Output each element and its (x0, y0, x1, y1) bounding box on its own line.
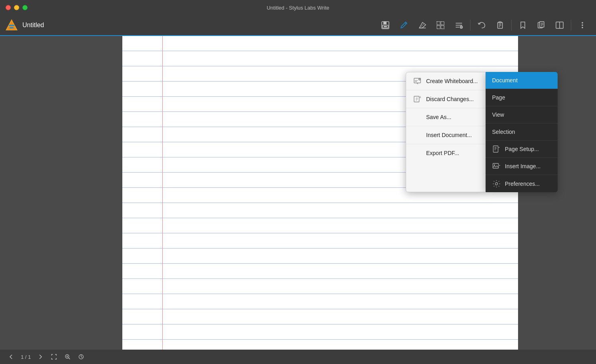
dropdown-right-panel: Document Page View Selection (486, 72, 558, 192)
discard-changes-item[interactable]: Discard Changes... (406, 90, 485, 108)
svg-point-56 (495, 183, 498, 185)
next-page-button[interactable] (35, 351, 46, 362)
svg-rect-52 (493, 163, 498, 168)
split-button[interactable] (551, 16, 568, 34)
statusbar: 1 / 1 (0, 350, 596, 364)
titlebar: Untitled - Stylus Labs Write (0, 0, 596, 15)
svg-rect-47 (493, 146, 498, 152)
history-button[interactable] (76, 351, 87, 362)
insert-document-item[interactable]: Insert Document... (406, 126, 485, 144)
selection-label: Selection (492, 129, 515, 135)
svg-point-31 (582, 22, 583, 24)
page-setup-icon (492, 145, 501, 153)
line (122, 51, 518, 66)
create-whiteboard-label: Create Whiteboard... (426, 78, 478, 84)
main-area: Create Whiteboard... Discard Changes... (0, 36, 596, 350)
view-item[interactable]: View (486, 106, 558, 123)
svg-point-33 (582, 27, 583, 28)
page-item[interactable]: Page (486, 89, 558, 106)
line (122, 309, 518, 324)
undo-button[interactable] (473, 16, 490, 34)
page-label: Page (492, 94, 505, 101)
insert-doc-icon (413, 130, 422, 140)
line (122, 203, 518, 218)
document-title: Untitled (22, 22, 377, 29)
export-pdf-label: Export PDF... (426, 150, 459, 156)
dropdown-menu: Create Whiteboard... Discard Changes... (406, 72, 558, 192)
preferences-item[interactable]: Preferences... (486, 175, 558, 192)
svg-rect-12 (441, 26, 444, 29)
view-label: View (492, 111, 504, 118)
svg-rect-7 (384, 26, 387, 27)
line (122, 279, 518, 294)
more-options-button[interactable] (574, 16, 591, 34)
svg-rect-11 (437, 26, 440, 29)
zoom-button[interactable] (62, 351, 73, 362)
pages-button[interactable] (532, 16, 550, 34)
preferences-icon (492, 179, 501, 188)
prev-page-button[interactable] (6, 351, 17, 362)
export-pdf-item[interactable]: Export PDF... (406, 144, 485, 162)
window-title: Untitled - Stylus Labs Write (267, 5, 329, 11)
clipboard-button[interactable] (491, 16, 509, 34)
svg-rect-2 (9, 25, 14, 26)
insert-image-label: Insert Image... (505, 163, 540, 169)
export-pdf-icon (413, 148, 422, 158)
minimize-button[interactable] (14, 5, 19, 10)
line (122, 294, 518, 309)
svg-point-32 (582, 24, 583, 26)
whiteboard-icon (413, 76, 422, 86)
toolbar-divider-3 (571, 20, 571, 31)
save-as-label: Save As... (426, 114, 451, 120)
toolbar: Untitled (0, 15, 596, 36)
pen-button[interactable] (395, 16, 413, 34)
line (122, 324, 518, 340)
selection-item[interactable]: Selection (486, 123, 558, 141)
insert-button[interactable] (450, 16, 468, 34)
line (122, 264, 518, 279)
app-logo (5, 18, 18, 32)
document-item[interactable]: Document (486, 72, 558, 89)
svg-rect-10 (441, 22, 444, 25)
svg-line-58 (69, 358, 70, 360)
save-button[interactable] (377, 16, 394, 34)
svg-rect-5 (383, 22, 387, 24)
svg-rect-9 (437, 22, 440, 25)
line (122, 249, 518, 264)
toolbar-divider-1 (470, 20, 470, 31)
create-whiteboard-item[interactable]: Create Whiteboard... (406, 72, 485, 90)
preferences-label: Preferences... (505, 181, 540, 187)
page-setup-label: Page Setup... (505, 146, 539, 152)
svg-point-53 (494, 165, 495, 166)
page-info: 1 / 1 (19, 354, 32, 360)
toolbar-divider-2 (511, 20, 512, 31)
line (122, 36, 518, 51)
bookmark-button[interactable] (514, 16, 532, 34)
svg-rect-3 (10, 27, 14, 28)
traffic-lights (6, 5, 28, 10)
line (122, 233, 518, 249)
insert-document-label: Insert Document... (426, 132, 472, 138)
toolbar-actions (377, 16, 591, 34)
insert-image-item[interactable]: Insert Image... (486, 158, 558, 175)
save-as-item[interactable]: Save As... (406, 108, 485, 126)
page-setup-item[interactable]: Page Setup... (486, 141, 558, 158)
line (122, 218, 518, 233)
discard-changes-label: Discard Changes... (426, 96, 474, 102)
insert-image-icon (492, 162, 501, 171)
maximize-button[interactable] (22, 5, 28, 10)
save-as-icon (413, 112, 422, 122)
eraser-button[interactable] (413, 16, 431, 34)
document-label: Document (492, 77, 518, 84)
dropdown-left-panel: Create Whiteboard... Discard Changes... (406, 72, 486, 192)
fit-page-button[interactable] (48, 351, 60, 362)
discard-icon (413, 94, 422, 104)
selection-grid-button[interactable] (432, 16, 449, 34)
close-button[interactable] (6, 5, 11, 10)
